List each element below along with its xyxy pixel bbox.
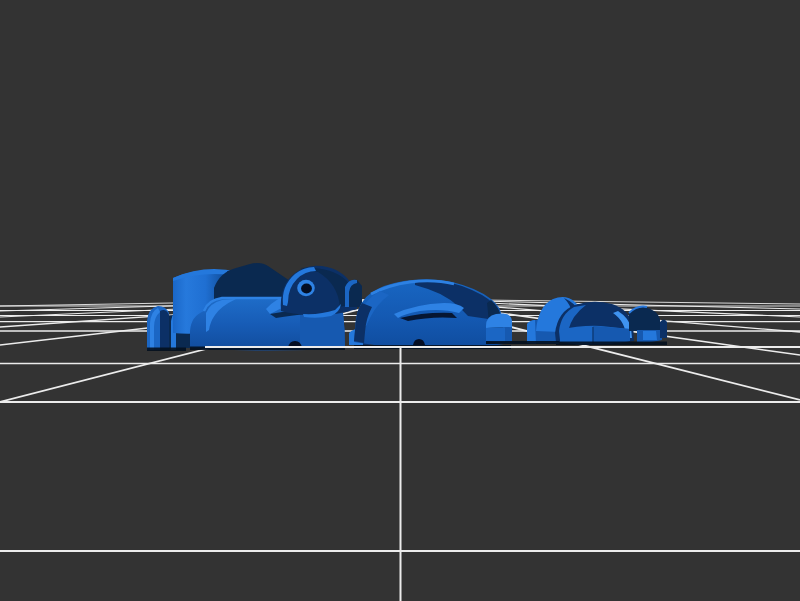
viewport-canvas[interactable]: [0, 0, 800, 601]
shadow-facet: [147, 348, 186, 352]
shadow-facet: [486, 341, 559, 344]
scene-svg: [0, 0, 800, 601]
shading-facet: [160, 310, 169, 350]
hole: [301, 284, 312, 294]
shading-facet: [505, 327, 512, 342]
shading-facet: [660, 320, 667, 339]
highlight-facet: [643, 331, 657, 340]
model-part-small-box[interactable]: [486, 314, 512, 343]
shading-facet: [593, 326, 630, 344]
shadow-facet: [556, 342, 667, 346]
highlight-facet: [527, 320, 536, 344]
model-part-left-end-cap[interactable]: [147, 306, 169, 350]
